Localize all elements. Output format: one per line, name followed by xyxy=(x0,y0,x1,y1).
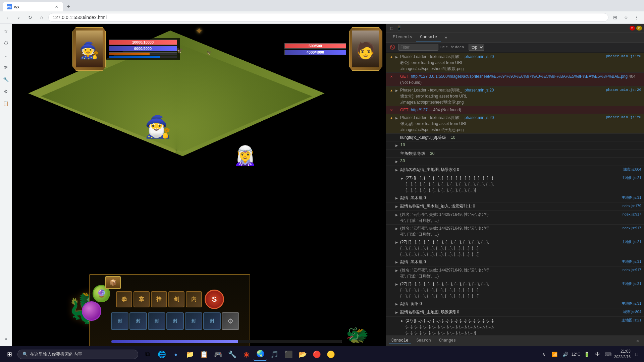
entry-file-20[interactable]: 主地图.js:31 xyxy=(619,301,641,306)
sidebar-collections[interactable]: 📋 xyxy=(1,99,11,108)
tray-input-method[interactable]: 中 xyxy=(593,350,602,359)
entry-expand-15[interactable]: ▶ xyxy=(395,226,400,232)
entry-file-18[interactable]: index.js:917 xyxy=(619,267,641,273)
skill-sword[interactable]: 剑 xyxy=(168,291,184,307)
taskbar-search[interactable]: 🔍 在这里输入你要搜索的内容 xyxy=(17,350,138,359)
dt-tab-more[interactable]: » xyxy=(442,34,449,42)
taskbar-edge[interactable]: 🌐 xyxy=(155,348,168,361)
address-bar[interactable]: 127.0.0.1:5500/index.html xyxy=(48,13,608,22)
spell-slot-4[interactable]: 封 xyxy=(166,312,184,330)
taskbar-app1[interactable]: 📋 xyxy=(197,348,211,361)
character-sprite-1[interactable]: 🧙‍♂️ xyxy=(145,114,171,139)
entry-expand-20[interactable]: ▶ xyxy=(395,301,400,307)
skill-finger[interactable]: 指 xyxy=(151,291,167,307)
tray-network[interactable]: 📶 xyxy=(550,350,559,359)
forward-button[interactable]: › xyxy=(14,13,23,22)
sidebar-tools[interactable]: 🔧 xyxy=(1,75,11,84)
character-sprite-2[interactable]: 🧝‍♀️ xyxy=(233,144,257,167)
item-chest[interactable]: 📦 xyxy=(105,276,121,289)
devtools-device-button[interactable]: 📱 xyxy=(395,24,403,32)
entry-expand-22[interactable]: ▶ xyxy=(401,318,406,324)
sidebar-settings[interactable]: ⚙ xyxy=(1,87,11,96)
entry-file-10[interactable]: 城市.js:804 xyxy=(621,167,641,172)
skill-special-s[interactable]: S xyxy=(205,290,224,309)
entry-expand-11[interactable]: ▶ xyxy=(401,176,406,182)
entry-file-3[interactable]: phaser.min.js:20 xyxy=(603,87,641,93)
entry-file-22[interactable]: 主地图.js:21 xyxy=(619,317,641,323)
devtools-clear-button[interactable]: 🚫 xyxy=(389,44,396,51)
entry-link-4[interactable]: http://127.... xyxy=(411,108,432,112)
reload-button[interactable]: ↻ xyxy=(25,13,35,22)
tray-battery[interactable]: 🔋 xyxy=(582,350,591,359)
entry-expand-18[interactable]: ▶ xyxy=(395,268,400,274)
console-entries[interactable]: ▲ ▶ Phaser.Loader - textureatlas[明教_ pha… xyxy=(386,52,644,336)
dt-tab-console[interactable]: Console xyxy=(416,33,441,42)
devtools-filter-input[interactable] xyxy=(398,44,438,51)
taskbar-terminal[interactable]: ⬛ xyxy=(282,348,295,361)
entry-link-5[interactable]: phaser.min.js:20 xyxy=(465,115,494,120)
entry-link-3[interactable]: phaser.min.js:20 xyxy=(465,88,494,93)
back-button[interactable]: ‹ xyxy=(3,13,12,22)
extensions-button[interactable]: ⊞ xyxy=(610,13,620,22)
entry-link-1[interactable]: phaser.min.js:20 xyxy=(465,54,494,59)
sidebar-downloads[interactable]: ↓ xyxy=(1,51,11,60)
taskbar-task-view[interactable]: ⧉ xyxy=(141,348,154,361)
entry-link-2[interactable]: http://127.0.0.1:5500/images/act/sprites… xyxy=(411,74,628,79)
purple-orb[interactable] xyxy=(82,301,101,321)
entry-file-5[interactable]: phaser.min.js:20 xyxy=(603,115,641,120)
entry-expand-12[interactable]: ▶ xyxy=(395,195,400,201)
taskbar-app3[interactable]: 🔧 xyxy=(225,348,239,361)
taskbar-app5[interactable]: 🟡 xyxy=(324,348,337,361)
taskbar-app2[interactable]: 🎮 xyxy=(211,348,225,361)
dt-tab-elements[interactable]: Elements xyxy=(389,33,416,42)
active-tab[interactable]: wx wx ✕ xyxy=(3,2,63,11)
entry-expand-17[interactable]: ▶ xyxy=(395,259,400,265)
taskbar-media[interactable]: 🎵 xyxy=(268,348,281,361)
entry-expand-16[interactable]: ▶ xyxy=(395,240,400,246)
spell-slot-2[interactable]: 封 xyxy=(129,312,147,330)
entry-file-17[interactable]: 主地图.js:31 xyxy=(619,259,641,264)
spell-slot-6[interactable]: 封 xyxy=(203,312,221,330)
entry-file-15[interactable]: index.js:917 xyxy=(619,225,641,231)
new-tab-button[interactable]: + xyxy=(64,2,73,11)
devtools-inspect-button[interactable]: ⬚ xyxy=(388,24,395,32)
spell-settings-button[interactable]: ⚙ xyxy=(222,312,239,330)
entry-expand-7[interactable]: ▶ xyxy=(395,143,400,149)
bookmark-button[interactable]: ☆ xyxy=(621,13,631,22)
home-button[interactable]: ⌂ xyxy=(37,13,46,22)
tray-notifications[interactable]: □ xyxy=(632,350,641,359)
skill-inner[interactable]: 内 xyxy=(186,291,202,307)
spell-slot-3[interactable]: 封 xyxy=(148,312,165,330)
entry-expand-21[interactable]: ▶ xyxy=(395,310,400,316)
system-clock[interactable]: 21:03 2022/2/16 xyxy=(614,349,631,359)
skill-fist[interactable]: 拳 xyxy=(116,291,132,307)
start-button[interactable]: ⊞ xyxy=(3,348,16,361)
entry-expand-13[interactable]: ▶ xyxy=(395,204,400,210)
entry-expand-10[interactable]: ▶ xyxy=(395,167,400,173)
dt-bottom-changes[interactable]: Changes xyxy=(436,338,459,344)
entry-file-16[interactable]: 主地图.js:21 xyxy=(619,239,641,245)
tab-close-button[interactable]: ✕ xyxy=(54,4,59,9)
taskbar-app4[interactable]: 🔴 xyxy=(310,348,323,361)
more-button[interactable]: ⋮ xyxy=(632,13,641,22)
entry-expand-19[interactable]: ▶ xyxy=(395,282,400,288)
devtools-context-select[interactable]: top xyxy=(469,44,484,51)
tray-keyboard[interactable]: ⌨ xyxy=(603,350,613,359)
tray-expand[interactable]: ∧ xyxy=(539,350,548,359)
entry-file-21[interactable]: 城市.js:804 xyxy=(621,309,641,315)
entry-expand-5[interactable]: ▶ xyxy=(395,115,400,121)
sidebar-expand[interactable]: « xyxy=(1,334,11,343)
tray-volume[interactable]: 🔊 xyxy=(560,350,570,359)
entry-file-11[interactable]: 主地图.js:21 xyxy=(619,175,641,181)
taskbar-files[interactable]: 📂 xyxy=(296,348,309,361)
entry-expand-3[interactable]: ▶ xyxy=(395,88,400,94)
entry-file-14[interactable]: index.js:917 xyxy=(619,212,641,217)
taskbar-vscode[interactable]: ⬥ xyxy=(169,348,182,361)
sidebar-history[interactable]: ⏱ xyxy=(1,39,11,48)
spell-slot-5[interactable]: 封 xyxy=(185,312,202,330)
taskbar-chrome[interactable]: ◉ xyxy=(239,348,253,361)
entry-file-1[interactable]: phaser.min.js:20 xyxy=(603,54,641,59)
entry-file-13[interactable]: index.js:179 xyxy=(619,203,641,209)
dt-bottom-console[interactable]: Console xyxy=(389,338,411,344)
taskbar-explorer[interactable]: 📁 xyxy=(183,348,197,361)
